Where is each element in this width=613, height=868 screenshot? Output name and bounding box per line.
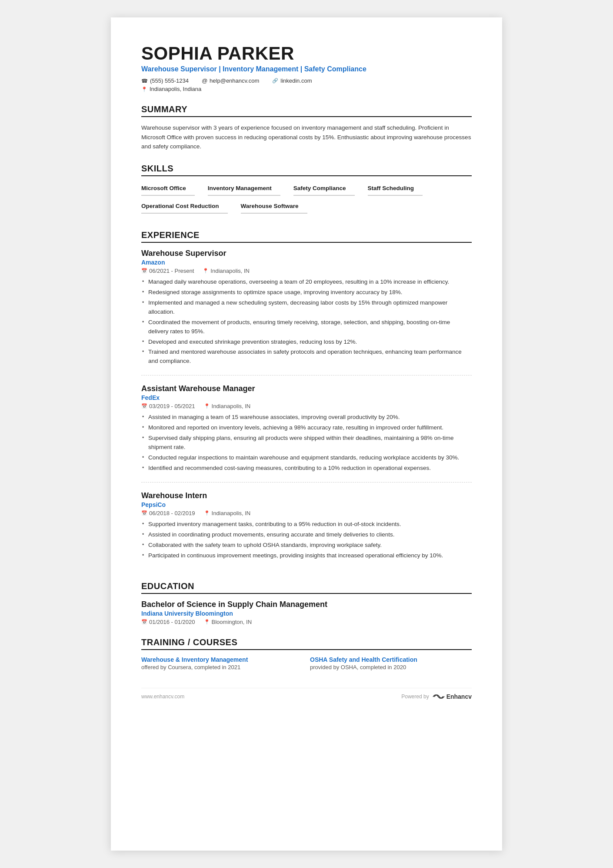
header: SOPHIA PARKER Warehouse Supervisor | Inv…: [141, 44, 472, 92]
skills-section: SKILLS Microsoft Office Inventory Manage…: [141, 164, 472, 218]
training-desc-1: offered by Coursera, completed in 2021: [141, 664, 303, 670]
linkedin-contact: linkedin.com: [272, 77, 312, 84]
job-meta-2: 03/2019 - 05/2021 Indianapolis, IN: [141, 403, 472, 409]
contact-info: (555) 555-1234 help@enhancv.com linkedin…: [141, 77, 472, 84]
experience-section: EXPERIENCE Warehouse Supervisor Amazon 0…: [141, 230, 472, 570]
skills-grid: Microsoft Office Inventory Management Sa…: [141, 182, 472, 218]
education-entry-1: Bachelor of Science in Supply Chain Mana…: [141, 600, 472, 625]
company-name-1: Amazon: [141, 259, 472, 266]
edu-location-icon: [204, 619, 210, 625]
job-title-2: Assistant Warehouse Manager: [141, 384, 472, 393]
training-grid: Warehouse & Inventory Management offered…: [141, 656, 472, 670]
location-text: Indianapolis, Indiana: [150, 86, 201, 92]
job-date-3: 06/2018 - 02/2019: [141, 510, 195, 516]
job-date-2: 03/2019 - 05/2021: [141, 403, 195, 409]
job-location-2: Indianapolis, IN: [204, 403, 251, 409]
skill-safety-compliance: Safety Compliance: [293, 182, 355, 196]
skill-warehouse-software: Warehouse Software: [241, 200, 307, 214]
candidate-name: SOPHIA PARKER: [141, 44, 472, 64]
page-footer: www.enhancv.com Powered by Enhancv: [141, 688, 472, 700]
phone-icon: [141, 78, 148, 84]
training-section: TRAINING / COURSES Warehouse & Inventory…: [141, 637, 472, 670]
powered-by-text: Powered by: [401, 694, 429, 700]
footer-powered-by: Powered by Enhancv: [401, 693, 472, 700]
linkedin-icon: [272, 78, 278, 84]
edu-meta-1: 01/2016 - 01/2020 Bloomington, IN: [141, 619, 472, 625]
phone-contact: (555) 555-1234: [141, 77, 189, 84]
calendar-icon-2: [141, 403, 147, 409]
edu-degree-1: Bachelor of Science in Supply Chain Mana…: [141, 600, 472, 609]
bullet-2-5: Identified and recommended cost-saving m…: [141, 464, 472, 473]
job-amazon: Warehouse Supervisor Amazon 06/2021 - Pr…: [141, 249, 472, 375]
skill-microsoft-office: Microsoft Office: [141, 182, 195, 196]
company-name-3: PepsiCo: [141, 501, 472, 508]
location-icon: [141, 86, 147, 92]
calendar-icon-1: [141, 268, 147, 274]
bullet-1-4: Coordinated the movement of products, en…: [141, 318, 472, 336]
phone-number: (555) 555-1234: [150, 77, 189, 84]
location-icon-3: [204, 510, 210, 516]
skill-operational-cost: Operational Cost Reduction: [141, 200, 228, 214]
job-location-3: Indianapolis, IN: [204, 510, 251, 516]
bullet-2-2: Monitored and reported on inventory leve…: [141, 423, 472, 432]
candidate-title: Warehouse Supervisor | Inventory Managem…: [141, 65, 472, 73]
email-contact: help@enhancv.com: [202, 77, 259, 84]
bullet-2-3: Supervised daily shipping plans, ensurin…: [141, 434, 472, 452]
job-meta-3: 06/2018 - 02/2019 Indianapolis, IN: [141, 510, 472, 516]
bullet-3-4: Participated in continuous improvement m…: [141, 551, 472, 560]
bullet-3-2: Assisted in coordinating product movemen…: [141, 530, 472, 540]
skills-row-1: Microsoft Office Inventory Management Sa…: [141, 182, 472, 200]
bullet-1-6: Trained and mentored warehouse associate…: [141, 348, 472, 366]
training-desc-2: provided by OSHA, completed in 2020: [310, 664, 472, 670]
edu-location-1: Bloomington, IN: [204, 619, 252, 625]
job-bullets-2: Assisted in managing a team of 15 wareho…: [141, 413, 472, 473]
enhancv-logo-icon: [433, 693, 445, 700]
resume-container: SOPHIA PARKER Warehouse Supervisor | Inv…: [111, 17, 502, 851]
education-section: EDUCATION Bachelor of Science in Supply …: [141, 581, 472, 625]
footer-website: www.enhancv.com: [141, 694, 184, 700]
bullet-2-1: Assisted in managing a team of 15 wareho…: [141, 413, 472, 422]
job-fedex: Assistant Warehouse Manager FedEx 03/201…: [141, 384, 472, 483]
enhancv-brand-name: Enhancv: [446, 693, 472, 700]
edu-date-1: 01/2016 - 01/2020: [141, 619, 195, 625]
job-pepsico: Warehouse Intern PepsiCo 06/2018 - 02/20…: [141, 491, 472, 570]
job-meta-1: 06/2021 - Present Indianapolis, IN: [141, 268, 472, 274]
email-address: help@enhancv.com: [210, 77, 259, 84]
summary-heading: SUMMARY: [141, 104, 472, 117]
skills-heading: SKILLS: [141, 164, 472, 176]
bullet-3-3: Collaborated with the safety team to uph…: [141, 541, 472, 550]
job-bullets-1: Managed daily warehouse operations, over…: [141, 278, 472, 366]
training-heading: TRAINING / COURSES: [141, 637, 472, 650]
calendar-icon-3: [141, 510, 147, 516]
email-icon: [202, 77, 207, 84]
edu-calendar-icon: [141, 619, 147, 625]
bullet-1-2: Redesigned storage assignments to optimi…: [141, 288, 472, 297]
company-name-2: FedEx: [141, 394, 472, 401]
job-bullets-3: Supported inventory management tasks, co…: [141, 520, 472, 560]
summary-text: Warehouse supervisor with 3 years of exp…: [141, 123, 472, 151]
bullet-1-5: Developed and executed shrinkage prevent…: [141, 338, 472, 347]
bullet-1-1: Managed daily warehouse operations, over…: [141, 278, 472, 287]
linkedin-url: linkedin.com: [280, 77, 312, 84]
skill-inventory-management: Inventory Management: [208, 182, 280, 196]
location-icon-2: [204, 403, 210, 409]
training-title-1: Warehouse & Inventory Management: [141, 656, 303, 663]
training-item-1: Warehouse & Inventory Management offered…: [141, 656, 303, 670]
experience-heading: EXPERIENCE: [141, 230, 472, 243]
skills-row-2: Operational Cost Reduction Warehouse Sof…: [141, 200, 472, 218]
job-date-1: 06/2021 - Present: [141, 268, 194, 274]
edu-school-1: Indiana University Bloomington: [141, 610, 472, 617]
job-location-1: Indianapolis, IN: [203, 268, 250, 274]
enhancv-logo: Enhancv: [433, 693, 472, 700]
bullet-3-1: Supported inventory management tasks, co…: [141, 520, 472, 529]
training-title-2: OSHA Safety and Health Certification: [310, 656, 472, 663]
job-title-3: Warehouse Intern: [141, 491, 472, 500]
job-title-1: Warehouse Supervisor: [141, 249, 472, 258]
summary-section: SUMMARY Warehouse supervisor with 3 year…: [141, 104, 472, 151]
skill-staff-scheduling: Staff Scheduling: [368, 182, 423, 196]
education-heading: EDUCATION: [141, 581, 472, 594]
bullet-2-4: Conducted regular inspections to maintai…: [141, 453, 472, 462]
location-icon-1: [203, 268, 209, 274]
bullet-1-3: Implemented and managed a new scheduling…: [141, 298, 472, 317]
location-info: Indianapolis, Indiana: [141, 86, 472, 92]
